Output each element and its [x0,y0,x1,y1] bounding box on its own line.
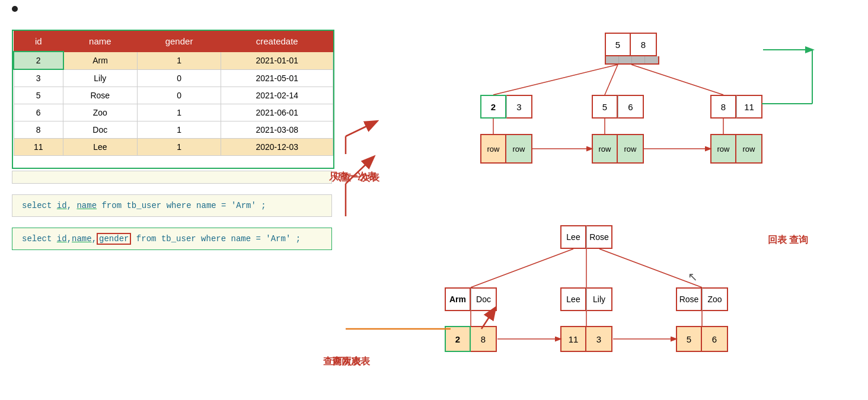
aux-leaf-11: 11 [560,326,586,352]
cell-gender: 1 [137,52,221,69]
cell-name: Doc [63,121,138,139]
left-section: id name gender createdate 2 Arm 1 2021-0… [12,30,350,261]
table-row: 2 Arm 1 2021-01-01 [14,52,333,69]
clustered-leaf-mid: row row [592,134,644,164]
root-cell-5: 5 [605,33,631,56]
svg-line-1 [605,65,618,95]
leaf-row-cell-6: row [736,134,762,164]
aux-leaf-5: 5 [676,326,702,352]
table-row: 8 Doc 1 2021-03-08 [14,121,333,139]
clustered-l2-right: 8 11 [710,95,762,119]
svg-line-0 [493,65,618,95]
aux-leaf-6: 6 [702,326,728,352]
clustered-leaf-right: row row [710,134,762,164]
sql-underline-name2: name [72,234,92,244]
annotation-twice: 查两次表 [323,356,361,368]
aux-leaf-mid: 11 3 [560,326,612,352]
cell-id: 3 [14,69,63,87]
tree-lines-svg [385,24,854,367]
sql-underline-name: name [76,201,97,210]
cell-gender: 0 [137,87,221,104]
aux-root-rose: Rose [586,225,612,249]
title-bullet [12,6,18,12]
cell-name: Arm [63,52,138,69]
sql-box-3: select id,name,gender from tb_user where… [12,228,332,250]
aux-l2-zoo: Zoo [702,287,728,311]
svg-line-9 [471,249,573,287]
cell-date: 2021-02-14 [221,87,333,104]
sql-underline-id: id [57,201,67,210]
aux-l2-right: Rose Zoo [676,287,728,311]
cell-date: 2020-12-03 [221,139,333,156]
cell-date: 2021-03-08 [221,121,333,139]
root-cell-8: 8 [631,33,657,56]
aux-leaf-left: 2 8 [445,326,497,352]
l2-mid-cell-5: 5 [592,95,618,119]
leaf-row-cell-4: row [618,134,644,164]
cell-date: 2021-01-01 [221,52,333,69]
cursor-icon: ↖ [688,270,698,284]
cell-id: 2 [14,52,63,69]
table-row: 6 Zoo 1 2021-06-01 [14,104,333,121]
clustered-root: 5 8 [605,33,659,65]
leaf-row-cell-1: row [480,134,506,164]
aux-l2-mid: Lee Lily [560,287,612,311]
sql-box-2: select id, name from tb_user where name … [12,194,332,217]
cell-gender: 0 [137,69,221,87]
sql-underline-id2: id [57,234,67,244]
cell-id: 8 [14,121,63,139]
db-table-container: id name gender createdate 2 Arm 1 2021-0… [12,30,334,169]
col-name: name [63,31,138,52]
table-row: 5 Rose 0 2021-02-14 [14,87,333,104]
col-id: id [14,31,63,52]
aux-l2-lily: Lily [586,287,612,311]
cell-date: 2021-06-01 [221,104,333,121]
col-createdate: createdate [221,31,333,52]
cell-id: 5 [14,87,63,104]
l2-right-cell-11: 11 [736,95,762,119]
cell-name: Lee [63,139,138,156]
clustered-leaf-left: row row [480,134,532,164]
svg-line-2 [631,65,723,95]
l2-left-cell-3: 3 [506,95,532,119]
cell-name: Lily [63,69,138,87]
db-table: id name gender createdate 2 Arm 1 2021-0… [13,31,333,156]
table-row: 3 Lily 0 2021-05-01 [14,69,333,87]
clustered-l2-mid: 5 6 [592,95,644,119]
aux-root: Lee Rose [560,225,612,249]
aux-l2-rose: Rose [676,287,702,311]
cell-gender: 1 [137,121,221,139]
aux-l2-lee: Lee [560,287,586,311]
cell-name: Zoo [63,104,138,121]
aux-l2-arm: Arm [445,287,471,311]
leaf-row-cell-2: row [506,134,532,164]
cell-id: 11 [14,139,63,156]
l2-mid-cell-6: 6 [618,95,644,119]
aux-l2-doc: Doc [471,287,497,311]
sql-box-1 [12,171,332,184]
title-row [12,6,856,12]
aux-root-lee: Lee [560,225,586,249]
clustered-l2-left: 2 3 [480,95,532,119]
l2-right-cell-8: 8 [710,95,736,119]
table-header-row: id name gender createdate [14,31,333,52]
sql-text-3: select id,name,gender from tb_user where… [22,233,301,245]
table-row: 11 Lee 1 2020-12-03 [14,139,333,156]
svg-line-11 [599,249,702,287]
annotation-only-once: 只查一次表 [329,171,376,183]
l2-left-cell-2: 2 [480,95,506,119]
leaf-row-cell-5: row [710,134,736,164]
aux-leaf-8: 8 [471,326,497,352]
aux-l2-left: Arm Doc [445,287,497,311]
leaf-row-cell-3: row [592,134,618,164]
sql-gender-highlight: gender [97,233,131,245]
svg-line-22 [346,121,376,136]
cell-id: 6 [14,104,63,121]
cell-gender: 1 [137,139,221,156]
cell-date: 2021-05-01 [221,69,333,87]
cell-gender: 1 [137,104,221,121]
aux-leaf-3: 3 [586,326,612,352]
cell-name: Rose [63,87,138,104]
annotation-back-lookup: 回表 查询 [768,234,808,247]
aux-leaf-right: 5 6 [676,326,728,352]
